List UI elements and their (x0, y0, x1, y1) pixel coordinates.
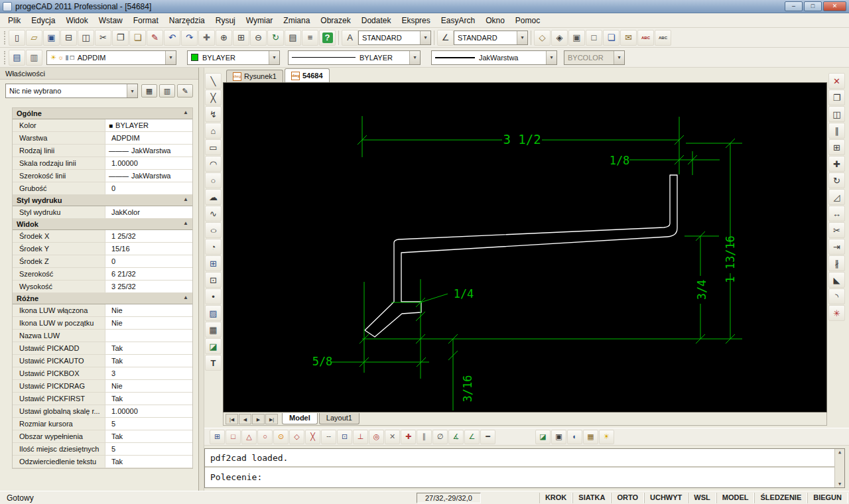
layers-manager-button[interactable]: ▤ (9, 50, 25, 66)
property-row[interactable]: Ilość miejsc dziesiętnych 5 (13, 443, 192, 456)
snap-tangent-button[interactable]: ◎ (369, 430, 384, 444)
drawing-tab[interactable]: dwg Rysunek1 (226, 70, 283, 82)
snap-settings-button[interactable]: ◈ (551, 30, 568, 46)
close-button[interactable]: ✕ (823, 1, 846, 11)
snap-nearest-button[interactable]: ✕ (385, 430, 400, 444)
fillet-button[interactable]: ◝ (828, 288, 845, 304)
status-toggle[interactable]: SIATKA (572, 493, 611, 503)
undo-button[interactable]: ↶ (164, 30, 180, 46)
polar-tracking-button[interactable]: ∡ (448, 430, 464, 444)
combo-arrow-icon[interactable]: ▾ (409, 51, 420, 64)
ellipse-arc-button[interactable]: ◔ (205, 239, 222, 255)
chamfer-button[interactable]: ◣ (828, 272, 845, 288)
polyline-button[interactable]: ↯ (205, 106, 222, 122)
hatch-button[interactable]: ▨ (205, 305, 222, 321)
collapse-arrow-icon[interactable]: ▲ (183, 220, 188, 229)
selection-filter-combo[interactable]: Nic nie wybrano ▾ (5, 84, 138, 98)
status-toggle[interactable]: UCHWYT (644, 493, 688, 503)
render-button[interactable]: ◐ (567, 430, 582, 444)
drawing-tab[interactable]: dwg 54684 (285, 68, 330, 82)
toggle-value-button[interactable]: ▦ (141, 84, 157, 97)
menu-item[interactable]: Ekspres (396, 14, 435, 27)
pick-entities-button[interactable]: ✎ (177, 84, 193, 97)
ungroup-button[interactable]: □ (586, 30, 602, 46)
property-row[interactable]: Ustawi globalną skalę r... 1.00000 (13, 405, 192, 418)
property-row[interactable]: Rodzaj linii ———JakWarstwa (13, 145, 192, 157)
menu-item[interactable]: EasyArch (436, 14, 480, 27)
property-row[interactable]: Środek Z 0 (13, 255, 192, 268)
find-replace-button[interactable]: ABC (655, 30, 671, 46)
property-row[interactable]: Ikona LUW w początku Nie (13, 317, 192, 330)
section-header-misc[interactable]: Różne ▲ (13, 293, 192, 304)
property-row[interactable]: Odzwierciedlenie tekstu Tak (13, 456, 192, 468)
snap-insertion-button[interactable]: ⊡ (337, 430, 352, 444)
draworder-button[interactable]: ❏ (603, 30, 620, 46)
zoom-previous-button[interactable]: ⊖ (250, 30, 267, 46)
property-row[interactable]: Nazwa LUW (13, 330, 192, 342)
property-row[interactable]: Ustawić PICKFIRST Tak (13, 393, 192, 405)
property-row[interactable]: Obszar wypełnienia Tak (13, 430, 192, 443)
zoom-realtime-button[interactable]: ⊕ (216, 30, 232, 46)
print-preview-button[interactable]: ◫ (78, 30, 94, 46)
menu-item[interactable]: Narzędzia (164, 14, 210, 27)
status-toggle[interactable]: MODEL (716, 493, 755, 503)
menu-item[interactable]: Obrazek (315, 14, 356, 27)
snap-none-button[interactable]: ∅ (432, 430, 448, 444)
spell-check-button[interactable]: ABC (637, 30, 654, 46)
spline-button[interactable]: ∿ (205, 206, 222, 221)
menu-item[interactable]: Rysuj (210, 14, 241, 27)
mtext-button[interactable]: T (205, 355, 222, 371)
snap-endpoint-button[interactable]: □ (226, 430, 241, 444)
layer-states-button[interactable]: ▥ (26, 50, 42, 66)
extend-button[interactable]: ⇥ (828, 239, 845, 255)
property-row[interactable]: Rozmiar kursora 5 (13, 418, 192, 430)
menu-item[interactable]: Zmiana (278, 14, 315, 27)
menu-item[interactable]: Pomoc (510, 14, 545, 27)
break-button[interactable]: ∦ (828, 255, 845, 271)
text-style-button[interactable]: A (342, 30, 358, 46)
property-row[interactable]: Ustawić PICKADD Tak (13, 342, 192, 355)
ellipse-button[interactable]: ○ (205, 222, 222, 238)
properties-palette-button[interactable]: ≡ (302, 30, 318, 46)
dimension-lines[interactable] (332, 116, 742, 410)
construction-line-button[interactable]: ╳ (205, 90, 222, 105)
explode-button[interactable]: ✳ (828, 305, 845, 321)
maximize-button[interactable]: □ (804, 1, 822, 11)
named-views-button[interactable]: ▤ (285, 30, 301, 46)
lineweight-display-button[interactable]: ━ (480, 430, 495, 444)
property-row[interactable]: Ustawić PICKBOX 3 (13, 367, 192, 380)
combo-arrow-icon[interactable]: ▾ (517, 31, 527, 44)
status-toggle[interactable]: WSL (688, 493, 716, 503)
mirror-button[interactable]: ◫ (828, 106, 845, 122)
menu-item[interactable]: Wymiar (241, 14, 279, 27)
scroll-down-icon[interactable]: ▼ (838, 481, 841, 487)
regen-button[interactable]: ↻ (267, 30, 284, 46)
command-window[interactable]: pdf2cad loaded. Polecenie: ▲ ▼ (204, 448, 845, 488)
menu-item[interactable]: Edycja (26, 14, 60, 27)
insert-block-button[interactable]: ⊞ (205, 255, 222, 271)
pan-button[interactable]: ✚ (198, 30, 215, 46)
menu-item[interactable]: Dodatek (356, 14, 397, 27)
combo-arrow-icon[interactable]: ▾ (127, 84, 137, 97)
collapse-arrow-icon[interactable]: ▲ (183, 109, 188, 119)
combo-arrow-icon[interactable]: ▾ (420, 31, 430, 44)
command-scrollbar[interactable]: ▲ ▼ (834, 449, 844, 487)
snap-parallel-button[interactable]: ∥ (417, 430, 432, 444)
tab-nav-button[interactable]: |◀ (226, 414, 238, 424)
property-row[interactable]: Szerokość linii ———JakWarstwa (13, 170, 192, 182)
collapse-arrow-icon[interactable]: ▲ (183, 196, 188, 206)
molding-profile-entity[interactable] (365, 175, 677, 337)
make-block-button[interactable]: ⊡ (205, 272, 222, 288)
property-row[interactable]: Ikona LUW włączona Nie (13, 304, 192, 317)
model-space-canvas[interactable]: 3 1/2 1/8 1 13/16 3/4 1/4 5/8 3/16 (223, 82, 827, 412)
minimize-button[interactable]: – (785, 1, 803, 11)
scroll-up-icon[interactable]: ▲ (838, 450, 841, 455)
image-attach-button[interactable]: ◪ (535, 430, 551, 444)
help-button[interactable]: ? (319, 30, 336, 46)
property-row[interactable]: Ustawić PICKAUTO Tak (13, 355, 192, 367)
materials-button[interactable]: ▦ (583, 430, 598, 444)
redo-button[interactable]: ↷ (181, 30, 198, 46)
status-toggle[interactable]: ORTO (611, 493, 644, 503)
dim-style-combo[interactable]: STANDARD ▾ (454, 31, 528, 45)
combo-arrow-icon[interactable]: ▾ (546, 51, 556, 64)
